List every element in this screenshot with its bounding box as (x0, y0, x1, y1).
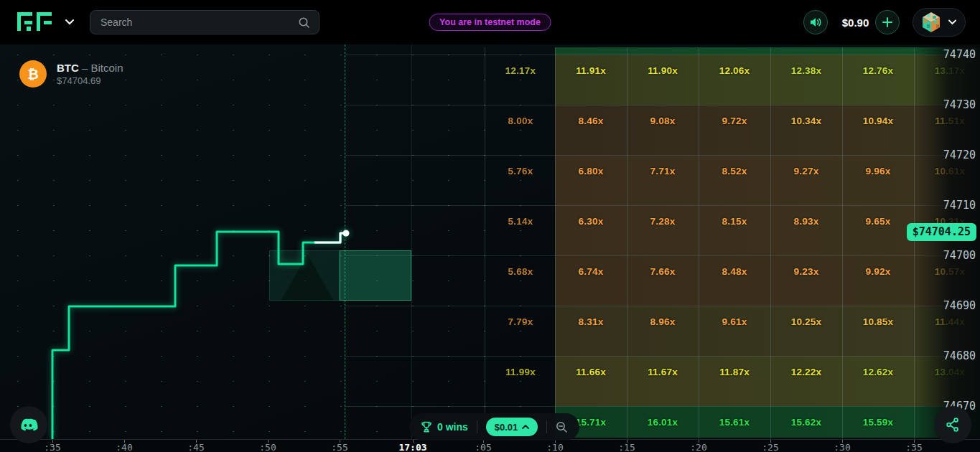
x-axis-label: :15 (605, 442, 648, 452)
sound-button[interactable] (803, 10, 828, 34)
logo-menu-chevron-down-icon[interactable] (65, 19, 75, 25)
x-axis-label: :20 (677, 442, 720, 452)
x-axis-label: 17:03 (391, 442, 434, 452)
zoom-out-button[interactable] (556, 421, 568, 433)
account-menu[interactable] (913, 8, 966, 37)
x-axis-label: :40 (103, 442, 146, 452)
search-box[interactable] (90, 10, 319, 34)
pixel-cube-avatar (919, 10, 943, 34)
top-bar: You are in testnet mode $0.90 (0, 0, 980, 44)
btc-icon: ₿ (19, 60, 47, 88)
app-window: You are in testnet mode $0.90 (0, 0, 980, 452)
asset-price: $74704.69 (57, 75, 123, 86)
current-price-tag: $74704.25 (907, 223, 976, 241)
x-axis-label: :05 (462, 442, 505, 452)
chevron-up-icon (522, 425, 529, 429)
share-button[interactable] (934, 406, 971, 443)
balance-amount: $0.90 (836, 0, 875, 44)
x-axis-label: :35 (892, 442, 935, 452)
bet-amount-label: $0.01 (495, 422, 518, 433)
asset-symbol: BTC (57, 62, 79, 74)
time-axis: :35:40:45:50:5517:03:05:10:15:20:25:30:3… (0, 439, 980, 452)
game-status-bar: 0 wins $0.01 (409, 413, 579, 441)
wins-counter: 0 wins (421, 421, 468, 433)
x-axis-label: :30 (821, 442, 864, 452)
discord-icon (19, 418, 38, 432)
asset-header: ₿ BTC – Bitcoin $74704.69 (19, 60, 123, 88)
asset-name: Bitcoin (91, 62, 123, 74)
divider (477, 420, 477, 433)
current-price-dot (343, 230, 350, 237)
account-chevron-down-icon (948, 19, 957, 25)
share-icon (945, 417, 961, 433)
search-input[interactable] (99, 16, 298, 29)
search-icon (298, 17, 310, 29)
plus-icon (882, 17, 893, 28)
bet-amount-button[interactable]: $0.01 (486, 418, 538, 436)
testnet-mode-badge: You are in testnet mode (429, 14, 551, 31)
price-chart: 12.17x11.91x11.90x12.06x12.38x12.76x13.1… (0, 44, 980, 439)
speaker-icon (809, 17, 822, 28)
x-axis-label: :45 (174, 442, 218, 452)
brand-logo-icon[interactable] (17, 12, 53, 32)
asset-title: BTC – Bitcoin (57, 62, 123, 74)
deposit-add-button[interactable] (875, 10, 900, 34)
wins-count-label: 0 wins (437, 421, 468, 433)
trophy-icon (421, 421, 432, 433)
discord-button[interactable] (10, 406, 47, 443)
x-axis-label: :50 (246, 442, 289, 452)
x-axis-label: :25 (749, 442, 792, 452)
x-axis-label: :55 (318, 442, 361, 452)
x-axis-label: :10 (533, 442, 577, 452)
x-axis-label: :35 (31, 442, 74, 452)
price-line-chart (0, 44, 980, 439)
divider (546, 420, 547, 433)
